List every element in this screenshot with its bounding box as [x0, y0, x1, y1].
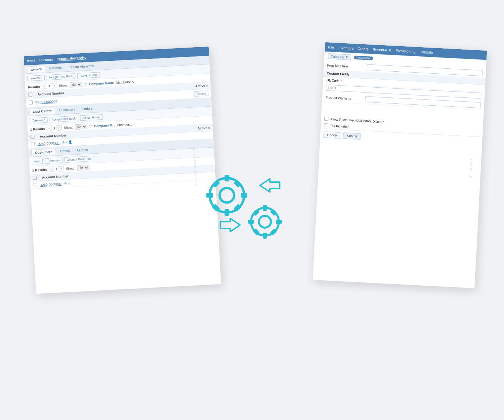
btn-terminate-1[interactable]: terminate	[27, 75, 45, 81]
consumption-badge: Consumption	[354, 56, 373, 60]
submit-button[interactable]: Submit	[343, 133, 361, 140]
results-label-2: 1 Results	[30, 127, 45, 131]
tab-customers-3[interactable]: Customers	[31, 148, 56, 156]
tab-quotes-1[interactable]: Quotes	[194, 91, 209, 96]
nav-item-ices[interactable]: ices	[328, 45, 335, 49]
large-gear-icon	[206, 175, 247, 216]
header-checkbox-1[interactable]	[28, 93, 32, 97]
row-checkbox-3-1[interactable]	[33, 183, 37, 187]
col-account-number-2: Account Number	[40, 133, 66, 138]
tab-customers-1[interactable]: tomers	[27, 65, 45, 72]
action-icons-2-1: ⊘ + 👤	[62, 140, 72, 144]
page-prev-1[interactable]: <	[42, 84, 47, 89]
row-checkbox-2-1[interactable]	[31, 142, 35, 146]
company-name-label-2: Company N...	[94, 123, 115, 128]
page-prev-3[interactable]: <	[49, 167, 55, 172]
product-warranty-label: Product Warranty	[325, 95, 362, 101]
show-select-1[interactable]: 50	[70, 82, 82, 88]
btn-assign-price-book-1[interactable]: Assign Price Book	[46, 73, 75, 80]
page-next-2[interactable]: >	[57, 125, 62, 131]
category-dropdown[interactable]: Category ▼	[328, 53, 352, 60]
nav-item-partners[interactable]: Partners	[39, 57, 53, 62]
page-next-3[interactable]: >	[59, 166, 64, 172]
left-document-card: tners Partners Tenant Hierarchy tomers P…	[24, 47, 221, 294]
nav-item-tners[interactable]: tners	[27, 58, 35, 62]
tab-cost-center[interactable]: Cost Center	[29, 107, 56, 115]
right-document-card: ices Inventory Orders Revenue ▼ Provisio…	[313, 42, 487, 288]
btn-assign-price-book-2[interactable]: Assign Price Book	[49, 115, 78, 122]
tab-customers-2[interactable]: Customers	[56, 106, 78, 113]
page-next-1[interactable]: >	[52, 83, 57, 89]
tab-quotes-3[interactable]: Quotes	[74, 147, 91, 153]
show-select-3[interactable]: 50	[77, 165, 90, 171]
view-icon[interactable]: 👁	[64, 182, 67, 185]
show-label-1: Show:	[59, 83, 68, 87]
provider-label: Provider...	[117, 122, 132, 127]
btn-assign-group-1[interactable]: Assign Group	[77, 72, 100, 79]
show-select-2[interactable]: 50	[75, 124, 87, 130]
account-link-1-1[interactable]: R269-0000088	[35, 99, 58, 104]
tab-orders-3[interactable]: Orders	[57, 148, 73, 154]
account-link-3-1[interactable]: R269-0000097	[40, 182, 62, 186]
btn-view-3[interactable]: View	[32, 158, 43, 164]
btn-terminate-2[interactable]: Terminate	[29, 117, 47, 123]
nav-item-console[interactable]: Console	[419, 50, 433, 55]
tab-tenant-hierarchy-1[interactable]: Tenant Hierarchy	[65, 63, 97, 70]
svg-point-1	[220, 188, 234, 203]
allow-price-override-checkbox[interactable]	[324, 117, 329, 121]
svg-rect-5	[206, 193, 213, 198]
gears-overlay	[194, 164, 300, 256]
col-account-number-3: Account Number	[42, 174, 69, 179]
page-prev-2[interactable]: <	[47, 126, 52, 131]
header-checkbox-2[interactable]	[30, 135, 35, 139]
page-indicator-1: < 1 >	[42, 83, 57, 89]
delete-icon[interactable]: +	[65, 141, 67, 144]
header-checkbox-3[interactable]	[33, 176, 37, 180]
row-checkbox-1-1[interactable]	[29, 100, 33, 105]
btn-assign-group-2[interactable]: Assign Group	[80, 114, 103, 121]
svg-rect-2	[225, 175, 229, 181]
nav-item-orders[interactable]: Orders	[357, 47, 369, 51]
filter-icon-2[interactable]: ▽	[89, 124, 92, 128]
col-account-number-1: Account Number	[37, 91, 64, 96]
show-label-2: Show:	[64, 125, 73, 129]
svg-rect-12	[263, 205, 267, 211]
nav-item-tenant-hierarchy[interactable]: Tenant Hierarchy	[57, 56, 87, 61]
tax-included-label: Tax Included	[330, 124, 349, 128]
filter-icon-1[interactable]: ▽	[84, 82, 87, 86]
page-indicator-3: < 1 >	[49, 166, 64, 172]
nav-item-provisioning[interactable]: Provisioning	[396, 49, 415, 54]
col-active-2: Active ≡	[197, 126, 210, 130]
edit-icon[interactable]: ⊘	[62, 141, 65, 144]
cancel-button[interactable]: Cancel	[323, 132, 341, 139]
page-number-1: 1	[48, 84, 50, 88]
tab-partners-1[interactable]: Partners	[46, 65, 65, 71]
gl-code-required: *	[340, 79, 342, 83]
btn-change-price-plan[interactable]: Change Price Plan	[64, 156, 94, 163]
main-scene: tners Partners Tenant Hierarchy tomers P…	[0, 0, 504, 420]
small-gear-icon	[248, 205, 282, 239]
right-watermark: CNX/FILLM	[469, 159, 473, 179]
account-link-2-1[interactable]: R269-0000096	[37, 141, 60, 145]
page-indicator-2: < 1 >	[47, 125, 62, 131]
nav-item-revenue[interactable]: Revenue ▼	[372, 47, 392, 52]
tab-orders-2[interactable]: Orders	[79, 105, 96, 112]
company-name-label-1: Company Name	[89, 81, 114, 86]
results-label-1: Results	[28, 85, 40, 89]
check-icon[interactable]: ✓	[68, 181, 71, 185]
svg-point-11	[259, 216, 271, 228]
col-active-1: Active ≡	[195, 84, 208, 88]
gears-svg	[194, 164, 300, 256]
page-number-2: 1	[53, 126, 55, 130]
btn-terminate-3[interactable]: Terminate	[45, 157, 63, 164]
gl-code-label: GL Code *	[326, 78, 363, 84]
svg-rect-4	[241, 193, 247, 198]
category-label: Category	[331, 55, 344, 59]
action-icons-3-1: 👁 ✓	[64, 181, 71, 185]
category-chevron-icon: ▼	[345, 55, 348, 59]
add-icon[interactable]: 👤	[68, 140, 72, 144]
show-label-3: Show:	[66, 166, 75, 170]
svg-rect-13	[263, 233, 267, 239]
tax-included-checkbox[interactable]	[324, 123, 328, 128]
nav-item-inventory[interactable]: Inventory	[339, 46, 354, 50]
